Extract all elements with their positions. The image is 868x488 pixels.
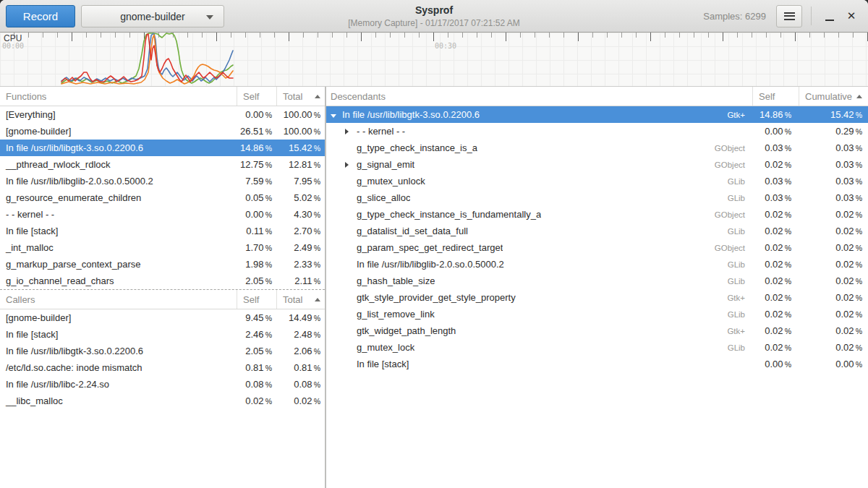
- sort-ascending-icon: [856, 95, 862, 98]
- row-total-percent: 2.49 %: [276, 242, 325, 253]
- tree-row[interactable]: g_mutex_lockGLib0.02 %0.02 %: [326, 339, 868, 356]
- library-badge: Gtk+: [727, 111, 752, 119]
- functions-column-header[interactable]: Functions: [0, 87, 237, 106]
- table-row[interactable]: _int_malloc1.70 %2.49 %: [0, 239, 325, 256]
- callers-column-header[interactable]: Callers: [0, 290, 237, 309]
- row-total-percent: 0.81 %: [276, 362, 325, 373]
- tree-row[interactable]: g_slice_allocGLib0.03 %0.03 %: [326, 189, 868, 206]
- total-column-header[interactable]: Total: [276, 87, 325, 106]
- tree-row[interactable]: g_signal_emitGObject0.02 %0.03 %: [326, 156, 868, 173]
- table-row[interactable]: g_resource_enumerate_children0.05 %5.02 …: [0, 189, 325, 206]
- cumulative-column-header[interactable]: Cumulative: [799, 87, 868, 106]
- row-self-percent: 2.05 %: [237, 346, 276, 356]
- library-badge: Gtk+: [727, 327, 752, 335]
- tree-row[interactable]: gtk_style_provider_get_style_propertyGtk…: [326, 289, 868, 306]
- table-row[interactable]: In file [stack]2.46 %2.48 %: [0, 326, 325, 343]
- row-self-percent: 0.05 %: [237, 192, 276, 203]
- tree-row[interactable]: In file /usr/lib/libglib-2.0.so.0.5000.2…: [326, 256, 868, 273]
- row-function-name: In file /usr/lib/libglib-2.0.so.0.5000.2: [357, 259, 504, 270]
- self-column-header[interactable]: Self: [237, 87, 276, 106]
- row-function-name: g_type_check_instance_is_fundamentally_a: [357, 209, 541, 220]
- row-function-name: In file [stack]: [357, 359, 409, 369]
- table-row[interactable]: [gnome-builder]9.45 %14.49 %: [0, 309, 325, 326]
- table-row[interactable]: __pthread_rwlock_rdlock12.75 %12.81 %: [0, 156, 325, 173]
- callers-header-row: Callers Self Total: [0, 290, 325, 309]
- table-row[interactable]: In file /usr/lib/libglib-2.0.so.0.5000.2…: [0, 173, 325, 189]
- tree-row[interactable]: In file [stack]0.00 %0.00 %: [326, 356, 868, 372]
- row-function-name: g_list_remove_link: [357, 309, 435, 320]
- table-row[interactable]: In file /usr/lib/libc-2.24.so0.08 %0.08 …: [0, 376, 325, 393]
- descendants-column-header[interactable]: Descendants: [326, 87, 752, 106]
- time-tick-mid: 00:30: [435, 42, 456, 50]
- row-self-percent: 0.02 %: [752, 309, 799, 320]
- tree-row[interactable]: g_list_remove_linkGLib0.02 %0.02 %: [326, 306, 868, 322]
- titlebar-right-group: Samples: 6299 ✕: [703, 0, 862, 32]
- row-self-percent: 0.81 %: [237, 362, 276, 373]
- row-self-percent: 0.00 %: [752, 126, 799, 137]
- row-cumulative-percent: 0.02 %: [799, 242, 868, 253]
- row-cumulative-percent: 0.02 %: [799, 259, 868, 270]
- library-badge: GObject: [715, 210, 752, 219]
- row-cumulative-percent: 0.29 %: [799, 126, 868, 137]
- cpu-graph[interactable]: CPU 00:00 00:30: [0, 33, 868, 87]
- expander-collapsed-icon[interactable]: [345, 159, 357, 170]
- table-row[interactable]: /etc/ld.so.cache: inode mismatch0.81 %0.…: [0, 359, 325, 376]
- sysprof-window: Record gnome-builder Sysprof [Memory Cap…: [0, 0, 868, 488]
- row-total-percent: 2.48 %: [276, 329, 325, 340]
- row-cumulative-percent: 0.02 %: [799, 325, 868, 336]
- table-row[interactable]: In file [stack]0.11 %2.70 %: [0, 223, 325, 239]
- row-self-percent: 0.03 %: [752, 176, 799, 187]
- self-column-header[interactable]: Self: [237, 290, 276, 309]
- row-function-name: _int_malloc: [0, 242, 237, 253]
- library-badge: Gtk+: [727, 294, 752, 302]
- close-button[interactable]: ✕: [841, 5, 862, 27]
- row-self-percent: 2.46 %: [237, 329, 276, 340]
- row-function-name: /etc/ld.so.cache: inode mismatch: [0, 362, 237, 373]
- row-self-percent: 0.03 %: [752, 142, 799, 153]
- row-total-percent: 12.81 %: [276, 159, 325, 170]
- expander-collapsed-icon[interactable]: [345, 126, 357, 137]
- tree-row[interactable]: - - kernel - -0.00 %0.29 %: [326, 123, 868, 140]
- functions-panel: Functions Self Total [Everything]0.00 %1…: [0, 87, 325, 289]
- table-row[interactable]: __libc_malloc0.02 %0.02 %: [0, 393, 325, 409]
- table-row[interactable]: [Everything]0.00 %100.00 %: [0, 106, 325, 123]
- minimize-button[interactable]: [819, 5, 841, 27]
- row-function-name: In file [stack]: [0, 329, 237, 340]
- self-column-header[interactable]: Self: [752, 87, 799, 106]
- process-selector[interactable]: gnome-builder: [81, 5, 224, 27]
- table-row[interactable]: [gnome-builder]26.51 %100.00 %: [0, 123, 325, 140]
- table-row[interactable]: In file /usr/lib/libgtk-3.so.0.2200.62.0…: [0, 343, 325, 359]
- tree-row[interactable]: g_param_spec_get_redirect_targetGObject0…: [326, 239, 868, 256]
- window-subtitle: [Memory Capture] - 01/17/2017 07:21:52 A…: [289, 17, 579, 29]
- table-row[interactable]: g_io_channel_read_chars2.05 %2.11 %: [0, 273, 325, 289]
- record-button[interactable]: Record: [6, 5, 75, 27]
- table-row[interactable]: g_markup_parse_context_parse1.98 %2.33 %: [0, 256, 325, 273]
- menu-button[interactable]: [776, 5, 802, 27]
- tree-row[interactable]: g_datalist_id_set_data_fullGLib0.02 %0.0…: [326, 223, 868, 239]
- window-title: Sysprof: [289, 3, 579, 17]
- expander-expanded-icon[interactable]: [331, 109, 342, 120]
- tree-row[interactable]: g_type_check_instance_is_fundamentally_a…: [326, 206, 868, 223]
- descendants-panel: Descendants Self Cumulative In file /usr…: [326, 87, 868, 488]
- library-badge: GLib: [728, 277, 752, 286]
- tree-row[interactable]: g_mutex_unlockGLib0.03 %0.03 %: [326, 173, 868, 189]
- row-total-percent: 14.49 %: [276, 312, 325, 323]
- row-self-percent: 0.02 %: [752, 159, 799, 170]
- row-cumulative-percent: 0.02 %: [799, 292, 868, 303]
- library-badge: GObject: [715, 144, 752, 153]
- table-row[interactable]: In file /usr/lib/libgtk-3.so.0.2200.614.…: [0, 140, 325, 156]
- table-row[interactable]: - - kernel - -0.00 %4.30 %: [0, 206, 325, 223]
- total-column-header[interactable]: Total: [276, 290, 325, 309]
- tree-row[interactable]: g_hash_table_sizeGLib0.02 %0.02 %: [326, 273, 868, 289]
- row-function-name: In file /usr/lib/libgtk-3.so.0.2200.6: [0, 142, 237, 153]
- row-total-percent: 0.08 %: [276, 379, 325, 390]
- tree-row[interactable]: gtk_widget_path_lengthGtk+0.02 %0.02 %: [326, 322, 868, 339]
- tree-row[interactable]: In file /usr/lib/libgtk-3.so.0.2200.6Gtk…: [326, 106, 868, 123]
- row-self-percent: 9.45 %: [237, 312, 276, 323]
- row-cumulative-percent: 0.03 %: [799, 176, 868, 187]
- tree-row[interactable]: g_type_check_instance_is_aGObject0.03 %0…: [326, 140, 868, 156]
- row-self-percent: 12.75 %: [237, 159, 276, 170]
- row-function-name: [gnome-builder]: [0, 312, 237, 323]
- titlebar: Record gnome-builder Sysprof [Memory Cap…: [0, 0, 868, 33]
- row-self-percent: 0.02 %: [752, 259, 799, 270]
